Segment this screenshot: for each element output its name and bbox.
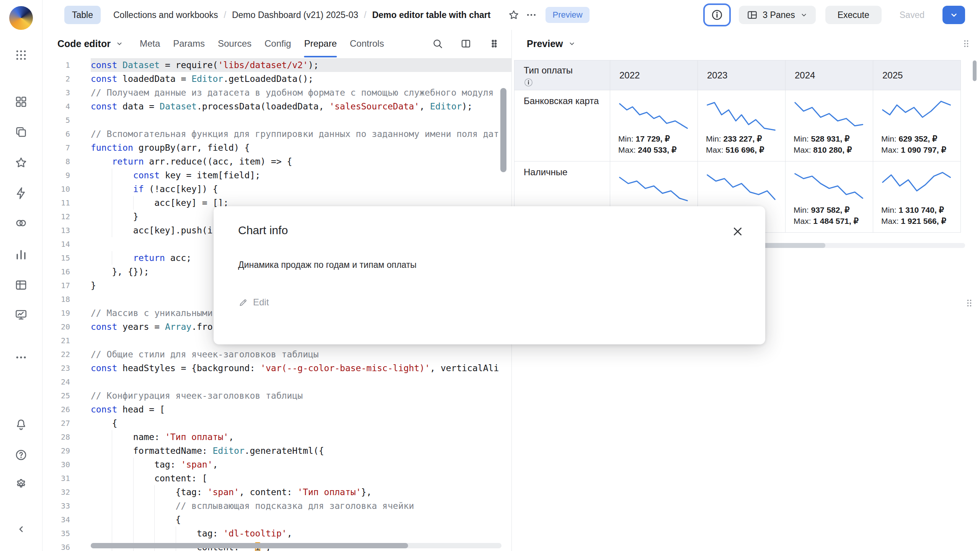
save-dropdown-button[interactable] <box>942 6 965 24</box>
line-number: 28 <box>42 430 91 444</box>
line-number: 16 <box>42 265 91 279</box>
sparkline-chart <box>706 96 777 133</box>
code-editor-title-label: Code editor <box>57 38 111 49</box>
code-line[interactable]: 25// Конфигурация ячеек-заголовков табли… <box>42 389 511 403</box>
code-line[interactable]: 2const loadedData = Editor.getLoadedData… <box>42 72 511 86</box>
breadcrumb-item-workbook[interactable]: Demo Dashboard (v21) 2025-03 <box>232 10 358 20</box>
settings-gear-icon[interactable] <box>13 476 29 493</box>
table-icon[interactable] <box>13 277 29 293</box>
modal-title: Chart info <box>238 224 741 237</box>
favorites-star-icon[interactable] <box>13 154 29 171</box>
collapse-sidebar-icon[interactable] <box>13 521 29 538</box>
min-value-line: Min: 233 227, ₽ <box>706 133 777 144</box>
preview-vertical-scrollbar[interactable] <box>973 60 977 81</box>
min-value-line: Min: 1 310 740, ₽ <box>881 204 952 215</box>
code-line[interactable]: 3// Получаем данные из датасета в удобно… <box>42 86 511 99</box>
code-line[interactable]: 33 // всплывающая подсказка для заголовк… <box>42 499 511 513</box>
tab-controls[interactable]: Controls <box>350 30 384 57</box>
tab-config[interactable]: Config <box>265 30 291 57</box>
sparkline-cell: Min: 233 227, ₽Max: 516 696, ₽ <box>698 90 786 161</box>
code-line[interactable]: 30 tag: 'span', <box>42 458 511 471</box>
chevron-down-icon <box>115 39 124 48</box>
panes-button[interactable]: 3 Panes <box>739 6 815 24</box>
sparkline-chart <box>618 96 689 133</box>
code-line[interactable]: 32 {tag: 'span', content: 'Тип оплаты'}, <box>42 485 511 499</box>
datasets-circles-icon[interactable] <box>13 215 29 231</box>
code-line[interactable]: 4const data = Dataset.processData(loaded… <box>42 99 511 113</box>
code-editor-title[interactable]: Code editor <box>57 38 124 49</box>
code-vertical-scrollbar[interactable] <box>500 88 506 172</box>
code-line[interactable]: 26const head = [ <box>42 403 511 416</box>
breadcrumb-separator: / <box>224 10 226 20</box>
pane-resize-handle[interactable] <box>964 298 975 308</box>
tooltip-info-icon[interactable] <box>524 78 533 87</box>
chart-info-button[interactable] <box>705 5 729 25</box>
code-line[interactable]: 27 { <box>42 416 511 430</box>
favorite-star-icon[interactable] <box>505 6 523 24</box>
panes-button-label: 3 Panes <box>763 10 795 20</box>
code-line[interactable]: 1const Dataset = require('libs/dataset/v… <box>42 58 511 72</box>
panes-icon <box>746 9 758 21</box>
code-line[interactable]: 8 return arr.reduce((acc, item) => { <box>42 155 511 168</box>
more-options-icon[interactable] <box>523 6 540 24</box>
execute-button[interactable]: Execute <box>825 6 882 24</box>
search-icon[interactable] <box>429 35 446 52</box>
bar-chart-icon[interactable] <box>13 246 29 263</box>
tab-meta[interactable]: Meta <box>140 30 160 57</box>
line-number: 20 <box>42 320 91 334</box>
monitor-chart-icon[interactable] <box>13 306 29 323</box>
layers-icon[interactable] <box>13 124 29 140</box>
sparkline-chart <box>881 96 952 133</box>
line-number: 5 <box>42 113 91 127</box>
column-header-label: Тип оплаты <box>524 65 573 76</box>
code-line[interactable]: 23const headStyles = {background: 'var(-… <box>42 361 511 375</box>
code-line[interactable]: 6// Вспомогательная функция для группиро… <box>42 127 511 141</box>
code-line[interactable]: 22// Общие стили для ячеек-заголовков та… <box>42 347 511 361</box>
sparkline-cell: Min: 629 352, ₽Max: 1 090 797, ₽ <box>873 90 961 161</box>
saved-button[interactable]: Saved <box>891 6 933 24</box>
drag-handle-icon[interactable] <box>485 35 503 52</box>
split-view-icon[interactable] <box>457 35 475 52</box>
bell-icon[interactable] <box>13 416 29 433</box>
code-line[interactable]: 10 if (!acc[key]) { <box>42 182 511 196</box>
tab-prepare[interactable]: Prepare <box>304 30 336 57</box>
more-icon[interactable] <box>13 349 29 366</box>
chevron-down-icon <box>568 39 576 48</box>
scrollbar-thumb[interactable] <box>91 543 408 548</box>
code-line[interactable]: 7function groupBy(arr, field) { <box>42 141 511 155</box>
tab-params[interactable]: Params <box>173 30 205 57</box>
app-logo[interactable] <box>9 6 33 30</box>
edit-button[interactable]: Edit <box>238 297 269 308</box>
widgets-icon[interactable] <box>13 93 29 110</box>
line-number: 14 <box>42 237 91 251</box>
code-line[interactable]: 29 formattedName: Editor.generateHtml({ <box>42 444 511 458</box>
code-line[interactable]: 9 const key = item[field]; <box>42 168 511 182</box>
code-line[interactable]: 24 <box>42 375 511 389</box>
line-number: 17 <box>42 279 91 292</box>
code-line[interactable]: 34 { <box>42 513 511 527</box>
preview-title[interactable]: Preview <box>527 38 576 49</box>
line-number: 8 <box>42 155 91 168</box>
code-horizontal-scrollbar[interactable] <box>91 543 501 548</box>
drag-handle-icon[interactable] <box>961 38 972 49</box>
line-number: 36 <box>42 540 91 551</box>
apps-grid-icon[interactable] <box>13 47 29 64</box>
line-number: 7 <box>42 141 91 155</box>
table-row: Банковская картаMin: 17 729, ₽Max: 240 5… <box>514 90 961 161</box>
min-value-line: Min: 937 582, ₽ <box>794 204 865 215</box>
year-column-header: 2022 <box>610 60 698 90</box>
code-line[interactable]: 35 tag: 'dl-tooltip', <box>42 527 511 540</box>
table-chip[interactable]: Table <box>64 6 101 24</box>
help-icon[interactable] <box>13 447 29 463</box>
line-number: 13 <box>42 223 91 237</box>
breadcrumb-item-collections[interactable]: Collections and workbooks <box>113 10 218 20</box>
lightning-icon[interactable] <box>13 185 29 202</box>
line-number: 12 <box>42 210 91 223</box>
close-icon[interactable] <box>730 224 745 239</box>
sidebar <box>0 0 42 551</box>
tab-sources[interactable]: Sources <box>218 30 252 57</box>
topbar-actions: 3 Panes Execute Saved <box>705 5 965 25</box>
code-line[interactable]: 28 name: 'Тип оплаты', <box>42 430 511 444</box>
code-line[interactable]: 31 content: [ <box>42 471 511 485</box>
code-line[interactable]: 5 <box>42 113 511 127</box>
